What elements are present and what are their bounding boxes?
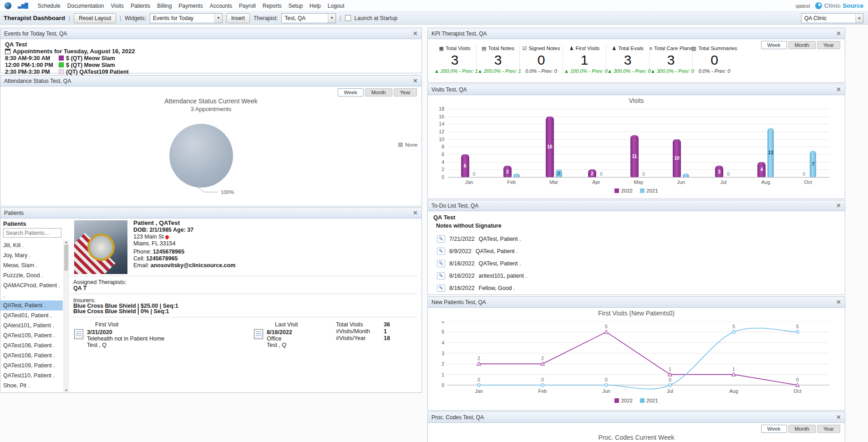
proc-tab-year[interactable]: Year	[817, 425, 840, 433]
close-icon[interactable]: ✕	[413, 30, 418, 36]
todo-item[interactable]: ✎7/21/2022QATest, Patient .	[433, 233, 839, 245]
scrollbar-thumb[interactable]	[64, 244, 68, 271]
first-visit-label: First Visit	[95, 321, 224, 328]
nav-item-visits[interactable]: Visits	[111, 3, 123, 9]
app-logo-icon[interactable]	[5, 2, 11, 9]
appointment-time: 2:30 PM-3:30 PM	[5, 69, 59, 75]
todo-item[interactable]: ✎8/16/2022aritest101, patient .	[433, 269, 839, 282]
patient-list-item[interactable]: QATest106, Patient .	[0, 340, 63, 351]
trend-text: 200.0% - Prev: 1	[441, 68, 478, 74]
close-icon[interactable]: ✕	[836, 30, 841, 36]
patient-list-item[interactable]: Stroop, Pal	[0, 391, 63, 392]
nav-item-billing[interactable]: Billing	[157, 3, 172, 9]
close-icon[interactable]: ✕	[413, 78, 418, 84]
launch-at-startup-checkbox[interactable]	[345, 15, 351, 21]
location-pin-icon[interactable]	[164, 234, 169, 239]
scroll-up-icon[interactable]: ▲	[65, 240, 68, 244]
kpi-tab-year[interactable]: Year	[817, 41, 840, 49]
patient-list-item[interactable]: Jill, Kill .	[0, 240, 63, 250]
close-icon[interactable]: ✕	[836, 299, 841, 305]
widgets-select[interactable]: Events for Today ▼	[150, 13, 223, 23]
patient-list-item[interactable]: Shoe, Pit .	[0, 381, 63, 391]
svg-text:1: 1	[732, 366, 735, 372]
trend-text: 0.0% - Prev: 0	[699, 68, 731, 74]
appointment-row[interactable]: 2:30 PM-3:30 PM(QT) QATest109 Patient	[5, 68, 417, 75]
attendance-tab-year[interactable]: Year	[394, 88, 417, 97]
patient-list-item[interactable]: Puzzzle, Dood .	[0, 270, 63, 280]
appointment-row[interactable]: 12:00 PM-1:00 PM$ (QT) Meow Slam	[5, 61, 417, 68]
todo-items: ✎7/21/2022QATest, Patient .✎8/9/2022QATe…	[433, 233, 839, 294]
therapist-select[interactable]: Test, QA ▼	[281, 13, 336, 23]
patient-list-item[interactable]: QAtest101, Patient .	[0, 320, 63, 330]
search-input[interactable]	[3, 228, 61, 238]
patient-name: Patient , QATest	[133, 219, 235, 227]
patient-list-item[interactable]: QATest01, Patient .	[0, 310, 63, 320]
kpi-card-signed-notes: ☑Signed Notes00.0% - Prev: 0	[520, 45, 563, 74]
nav-item-reports[interactable]: Reports	[263, 3, 282, 9]
insert-button[interactable]: Insert	[226, 13, 250, 23]
edit-note-icon[interactable]: ✎	[437, 285, 445, 292]
kpi-card-total-visits: ▦Total Visits3▲ 200.0% - Prev: 1	[433, 45, 477, 74]
nav-item-logout[interactable]: Logout	[328, 3, 345, 9]
patient-list-item[interactable]: QATest, Patient .	[0, 300, 63, 310]
todo-patient: aritest101, patient .	[479, 273, 527, 279]
first-visit-block: First Visit 3/31/2020 Telehealth not in …	[74, 321, 224, 348]
nav-item-setup[interactable]: Setup	[289, 3, 303, 9]
todo-item[interactable]: ✎8/16/2022Fellow, Good .	[433, 282, 839, 294]
zero-value-label: 0	[799, 172, 809, 177]
patient-list-item[interactable]: QATest110, Patient .	[0, 371, 63, 381]
edit-note-icon[interactable]: ✎	[437, 235, 445, 243]
clinic-select[interactable]: QA Clinic ▼	[801, 13, 863, 23]
x-axis-tick: Apr	[575, 179, 617, 185]
patient-list-item[interactable]: Meow, Slam .	[0, 260, 63, 270]
nav-item-documentation[interactable]: Documentation	[67, 3, 104, 9]
nav-item-payments[interactable]: Payments	[178, 3, 203, 9]
patient-list-item[interactable]: QATest108, Patient .	[0, 351, 63, 361]
panel-title: New Patients Test, QA	[431, 299, 486, 305]
patient-list-item[interactable]: QATest109, Patient .	[0, 361, 63, 371]
patient-list-item[interactable]: QATest105, Patient .	[0, 330, 63, 340]
attendance-tab-month[interactable]: Month	[365, 88, 392, 97]
close-icon[interactable]: ✕	[413, 210, 418, 216]
kpi-tab-week[interactable]: Week	[761, 41, 787, 49]
x-axis-tick: Jan	[448, 179, 490, 185]
nav-item-payroll[interactable]: Payroll	[239, 3, 256, 9]
nav-item-patients[interactable]: Patients	[131, 3, 150, 9]
zero-value-label: 0	[724, 172, 732, 177]
nav-item-schedule[interactable]: Schedule	[38, 3, 61, 9]
patients-list-scrollbar[interactable]: ▲ ▼	[63, 240, 69, 392]
dashboard-chart-icon[interactable]: ▃▆█	[18, 3, 28, 8]
visit-summary-row: First Visit 3/31/2020 Telehealth not in …	[70, 321, 418, 358]
attendance-tab-week[interactable]: Week	[338, 88, 364, 97]
chevron-down-icon[interactable]: ▼	[214, 14, 222, 23]
reset-layout-button[interactable]: Reset Layout	[74, 13, 116, 23]
appointment-row[interactable]: 8:30 AM-9:30 AM$ (QT) Meow Slam	[5, 55, 417, 61]
kpi-label: Total Summaries	[698, 46, 737, 51]
scroll-down-icon[interactable]: ▼	[65, 389, 68, 392]
svg-text:0: 0	[796, 377, 799, 382]
todo-item[interactable]: ✎8/16/2022QATest, Patient .	[433, 257, 839, 269]
kpi-value: 1	[564, 52, 605, 68]
close-icon[interactable]: ✕	[836, 86, 841, 92]
patient-list-item[interactable]: Joy, Mary .	[0, 250, 63, 260]
edit-note-icon[interactable]: ✎	[437, 272, 445, 279]
kpi-tab-month[interactable]: Month	[788, 41, 816, 49]
todo-item[interactable]: ✎8/9/2022QATest, Patient .	[433, 245, 839, 257]
proc-tab-week[interactable]: Week	[761, 425, 787, 433]
bar-2021-jun	[683, 173, 689, 177]
patient-list-item[interactable]: QAMACProd, Patient .	[0, 280, 63, 290]
edit-note-icon[interactable]: ✎	[437, 248, 445, 255]
close-icon[interactable]: ✕	[836, 203, 841, 208]
nav-item-accounts[interactable]: Accounts	[210, 3, 232, 9]
chevron-down-icon[interactable]: ▼	[855, 14, 863, 23]
widgets-select-value: Events for Today	[150, 15, 214, 21]
panel-title: Events for Today Test, QA	[4, 30, 67, 37]
assigned-therapists-value: QA T	[73, 285, 86, 291]
proc-tab-month[interactable]: Month	[788, 425, 816, 433]
nav-item-help[interactable]: Help	[310, 3, 321, 9]
trend-text: 300.0% - Prev: 0	[657, 68, 694, 74]
chevron-down-icon[interactable]: ▼	[328, 14, 335, 23]
edit-note-icon[interactable]: ✎	[437, 260, 445, 267]
close-icon[interactable]: ✕	[836, 414, 841, 420]
patient-list-item[interactable]: .	[0, 290, 63, 300]
